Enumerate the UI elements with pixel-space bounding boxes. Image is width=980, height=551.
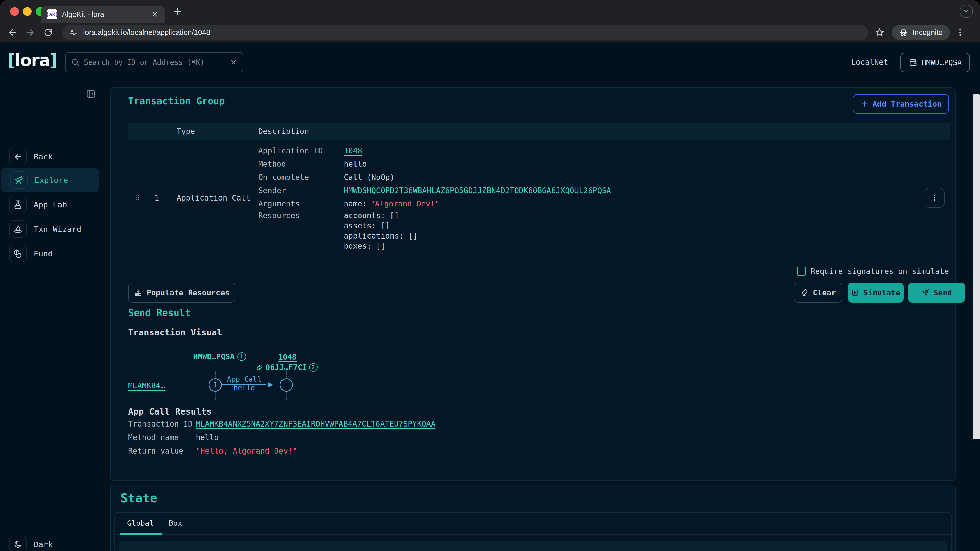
field-label: Arguments bbox=[258, 199, 344, 208]
wallet-button[interactable]: HMWD…PQSA bbox=[900, 53, 970, 72]
visual-app-link[interactable]: 1048 bbox=[278, 353, 297, 362]
sidebar-item-back[interactable]: Back bbox=[0, 144, 100, 169]
arrow-left-icon bbox=[9, 148, 27, 165]
new-tab-button[interactable] bbox=[172, 6, 183, 17]
tab-favicon: [ak] bbox=[47, 9, 57, 19]
send-result-title: Send Result bbox=[128, 307, 191, 318]
simulate-label: Simulate bbox=[863, 288, 900, 297]
app-call-results-title: App Call Results bbox=[128, 407, 212, 416]
wallet-label: HMWD…PQSA bbox=[921, 58, 962, 67]
sidebar-item-label: Txn Wizard bbox=[34, 224, 81, 233]
play-square-icon bbox=[851, 289, 859, 297]
sender-link[interactable]: HMWDSHQCOPD2T36WBAHLAZ6PO5GDJJZBN4D2TODK… bbox=[344, 186, 611, 195]
tab-title: AlgoKit - lora bbox=[62, 10, 146, 19]
simulate-signatures-row: Require signatures on simulate bbox=[797, 267, 949, 276]
search-box[interactable] bbox=[65, 52, 243, 73]
sidebar: Back Explore App Lab Txn Wizard bbox=[0, 81, 102, 551]
populate-resources-label: Populate Resources bbox=[146, 288, 229, 297]
forward-nav-icon[interactable] bbox=[21, 27, 39, 37]
visual-group-link[interactable]: O6JJ…F7CI bbox=[266, 363, 307, 372]
browser-menu-icon[interactable] bbox=[956, 28, 965, 37]
transaction-table-header: Type Description bbox=[128, 123, 950, 140]
sidebar-collapse-icon[interactable] bbox=[85, 89, 97, 99]
app-call-results-fields: Transaction IDMLAMKB4ANXZ5NA2XY7ZNF3EAIR… bbox=[128, 417, 435, 457]
send-button[interactable]: Send bbox=[908, 283, 965, 303]
browser-tab[interactable]: [ak] AlgoKit - lora bbox=[41, 6, 165, 23]
resource-line: accounts: [] bbox=[344, 211, 399, 220]
plus-icon bbox=[860, 100, 869, 108]
field-label: Transaction ID bbox=[128, 419, 196, 428]
edge-label-type: App Call bbox=[216, 375, 272, 383]
row-type: Application Call bbox=[166, 140, 252, 256]
clear-button[interactable]: Clear bbox=[794, 283, 842, 303]
reload-icon[interactable] bbox=[39, 28, 57, 37]
sidebar-item-explore[interactable]: Explore bbox=[1, 168, 99, 192]
minimize-window-button[interactable] bbox=[23, 7, 32, 16]
application-id-link[interactable]: 1048 bbox=[344, 146, 362, 155]
row-index: 1 bbox=[147, 140, 166, 256]
column-type: Type bbox=[166, 127, 252, 136]
resource-line: applications: [] bbox=[344, 230, 919, 241]
wallet-icon bbox=[908, 58, 918, 67]
edge-label-method: hello bbox=[216, 384, 272, 392]
network-label[interactable]: LocalNet bbox=[851, 58, 888, 67]
telescope-icon bbox=[10, 171, 27, 189]
tab-close-icon[interactable] bbox=[151, 11, 159, 18]
return-value: "Hello, Algorand Dev!" bbox=[196, 446, 297, 455]
site-settings-icon[interactable] bbox=[69, 28, 78, 37]
method-name-value: hello bbox=[196, 433, 219, 442]
incognito-icon bbox=[899, 27, 908, 37]
field-label: Sender bbox=[258, 186, 344, 195]
transaction-row[interactable]: 1 Application Call Application ID1048 Me… bbox=[128, 140, 950, 256]
wizard-hat-icon bbox=[9, 221, 27, 238]
search-clear-icon[interactable] bbox=[230, 59, 237, 66]
row-menu-button[interactable] bbox=[924, 188, 945, 208]
sidebar-item-label: App Lab bbox=[34, 200, 67, 209]
window-menu-chevron[interactable] bbox=[959, 5, 973, 18]
send-label: Send bbox=[934, 288, 952, 297]
field-label: On complete bbox=[258, 173, 344, 182]
resource-line: boxes: [] bbox=[344, 241, 919, 251]
tab-box[interactable]: Box bbox=[169, 519, 182, 527]
visual-row-txn-link[interactable]: MLAMKB4… bbox=[128, 381, 165, 390]
transaction-visual-title: Transaction Visual bbox=[128, 327, 222, 338]
transaction-group-title: Transaction Group bbox=[128, 96, 225, 106]
page-scrollbar-thumb[interactable] bbox=[973, 94, 980, 439]
transaction-id-link[interactable]: MLAMKB4ANXZ5NA2XY7ZNF3EAIROHVWPAB4A7CLT6… bbox=[196, 419, 435, 428]
lora-logo[interactable]: [lora] bbox=[8, 51, 57, 70]
search-input[interactable] bbox=[84, 58, 225, 67]
send-plane-icon bbox=[921, 289, 929, 297]
sidebar-item-txn-wizard[interactable]: Txn Wizard bbox=[0, 217, 100, 241]
browser-titlebar: [ak] AlgoKit - lora bbox=[0, 0, 980, 23]
logo-bracket-close: ] bbox=[50, 51, 57, 70]
active-tab-indicator bbox=[121, 533, 162, 535]
sidebar-item-label: Explore bbox=[35, 176, 68, 185]
method-value: hello bbox=[344, 159, 367, 168]
populate-resources-button[interactable]: Populate Resources bbox=[128, 283, 235, 303]
clear-label: Clear bbox=[813, 288, 836, 297]
bookmark-star-icon[interactable] bbox=[875, 27, 885, 37]
txn-to-node bbox=[280, 378, 293, 392]
close-window-button[interactable] bbox=[10, 7, 19, 16]
eraser-icon bbox=[800, 289, 809, 297]
sender-badge: 1 bbox=[237, 352, 246, 361]
field-label: Resources bbox=[258, 211, 344, 220]
simulate-button[interactable]: Simulate bbox=[848, 283, 904, 303]
link-icon bbox=[256, 364, 263, 371]
sidebar-item-label: Fund bbox=[34, 249, 53, 258]
drag-handle-icon[interactable] bbox=[128, 140, 147, 256]
visual-sender-link[interactable]: HMWD…PQSA bbox=[193, 352, 235, 361]
sidebar-item-fund[interactable]: Fund bbox=[0, 241, 100, 266]
row-description: Application ID1048 Methodhello On comple… bbox=[252, 140, 919, 256]
sidebar-item-label: Dark bbox=[34, 540, 53, 549]
add-transaction-button[interactable]: Add Transaction bbox=[853, 94, 949, 114]
back-nav-icon[interactable] bbox=[3, 27, 21, 37]
url-bar[interactable]: lora.algokit.io/localnet/application/104… bbox=[62, 25, 868, 40]
field-label: Return value bbox=[128, 446, 196, 455]
logo-text: lora bbox=[15, 51, 50, 70]
require-signatures-checkbox[interactable] bbox=[797, 267, 806, 276]
sidebar-item-app-lab[interactable]: App Lab bbox=[0, 192, 100, 217]
browser-toolbar: lora.algokit.io/localnet/application/104… bbox=[0, 23, 980, 42]
sidebar-item-dark-mode[interactable]: Dark bbox=[0, 532, 100, 551]
tab-global[interactable]: Global bbox=[127, 519, 154, 527]
